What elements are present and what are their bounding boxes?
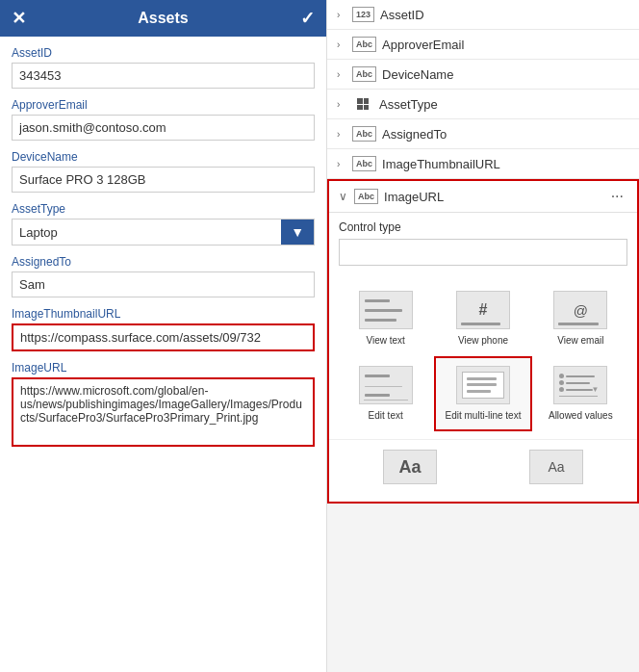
- hash-symbol: #: [479, 302, 488, 318]
- chevron-down-icon: ▼: [291, 224, 304, 240]
- field-name-assettype: AssetType: [379, 97, 438, 112]
- imagethumbnailurl-label: ImageThumbnailURL: [12, 307, 315, 321]
- control-item-view-phone[interactable]: # View phone: [434, 281, 531, 356]
- assettype-dropdown-button[interactable]: ▼: [281, 220, 314, 245]
- field-name-assignedto: AssignedTo: [382, 127, 447, 142]
- font-large-symbol: Aa: [398, 457, 421, 478]
- assetid-input[interactable]: [12, 63, 315, 89]
- control-item-view-email[interactable]: @ View email: [532, 281, 629, 356]
- assignedto-label: AssignedTo: [12, 255, 315, 269]
- dots-menu-button[interactable]: ···: [607, 188, 627, 205]
- edit-text-label: Edit text: [369, 409, 403, 422]
- type-badge-imagethumbnailurl: Abc: [352, 156, 376, 171]
- control-item-allowed-values[interactable]: ▼ Allowed values: [532, 356, 629, 431]
- view-phone-label: View phone: [458, 334, 508, 347]
- edit-multiline-label: Edit multi-line text: [446, 409, 522, 422]
- expand-icon-assetid: ›: [337, 10, 346, 20]
- assettype-select-wrapper[interactable]: Laptop ▼: [12, 219, 315, 246]
- field-name-devicename: DeviceName: [382, 67, 453, 82]
- edit-text-icon: [359, 366, 413, 404]
- control-item-font-small[interactable]: Aa: [483, 444, 629, 494]
- field-list-item-devicename[interactable]: › Abc DeviceName: [327, 60, 639, 90]
- multiline-inner-box: [462, 372, 504, 399]
- field-list-item-assettype[interactable]: › AssetType: [327, 90, 639, 119]
- control-type-label: Control type: [339, 220, 627, 234]
- control-item-view-text[interactable]: View text: [337, 281, 434, 356]
- close-icon[interactable]: ✕: [12, 8, 26, 29]
- edit-multiline-icon: [456, 366, 510, 404]
- type-badge-approveremail: Abc: [352, 37, 376, 52]
- approveremail-input[interactable]: [12, 115, 315, 141]
- approveremail-field-group: ApproverEmail: [12, 98, 315, 141]
- field-list-item-approveremail[interactable]: › Abc ApproverEmail: [327, 30, 639, 60]
- check-icon[interactable]: ✓: [300, 8, 315, 29]
- assettype-value: Laptop: [13, 220, 281, 245]
- control-item-edit-multiline[interactable]: Edit multi-line text: [434, 356, 531, 431]
- allowed-values-label: Allowed values: [549, 409, 613, 422]
- type-badge-assignedto: Abc: [352, 126, 376, 142]
- approveremail-label: ApproverEmail: [12, 98, 315, 112]
- expand-icon-imagethumbnailurl: ›: [337, 159, 346, 169]
- expand-icon-assignedto: ›: [337, 129, 346, 140]
- left-panel: ✕ Assets ✓ AssetID ApproverEmail DeviceN…: [0, 0, 327, 672]
- font-small-symbol: Aa: [548, 459, 564, 475]
- dropdown-arrow-icon: ▼: [591, 385, 599, 394]
- view-email-icon: @: [553, 291, 607, 329]
- field-list-item-assignedto[interactable]: › Abc AssignedTo: [327, 119, 639, 149]
- imagethumbnailurl-input[interactable]: [12, 323, 315, 351]
- imageurl-section-header[interactable]: ∨ Abc ImageURL ···: [329, 181, 637, 213]
- control-item-font-large[interactable]: Aa: [337, 444, 483, 494]
- imageurl-label: ImageURL: [12, 361, 315, 375]
- control-item-edit-text[interactable]: Edit text: [337, 356, 434, 431]
- type-badge-imageurl: Abc: [354, 189, 378, 204]
- devicename-input[interactable]: [12, 167, 315, 193]
- assettype-field-group: AssetType Laptop ▼: [12, 202, 315, 246]
- devicename-field-group: DeviceName: [12, 150, 315, 193]
- imageurl-field-name: ImageURL: [384, 190, 607, 204]
- field-name-imagethumbnailurl: ImageThumbnailURL: [382, 157, 500, 171]
- expand-icon-imageurl: ∨: [339, 190, 348, 203]
- bottom-control-grid: Aa Aa: [329, 439, 637, 502]
- control-type-grid: View text # View phone @: [329, 273, 637, 439]
- imageurl-field-group: ImageURL: [12, 361, 315, 451]
- assetid-field-group: AssetID: [12, 46, 315, 89]
- field-list-item-assetid[interactable]: › 123 AssetID: [327, 0, 639, 30]
- left-header: ✕ Assets ✓: [0, 0, 326, 37]
- expand-icon-devicename: ›: [337, 69, 346, 80]
- field-name-assetid: AssetID: [380, 8, 424, 22]
- right-panel: › 123 AssetID › Abc ApproverEmail › Abc …: [327, 0, 639, 672]
- expand-icon-assettype: ›: [337, 99, 346, 110]
- font-small-icon: Aa: [529, 450, 583, 484]
- field-list-item-imagethumbnailurl[interactable]: › Abc ImageThumbnailURL: [327, 149, 639, 179]
- allowed-values-icon: ▼: [553, 366, 607, 404]
- control-type-input[interactable]: [339, 239, 627, 266]
- devicename-label: DeviceName: [12, 150, 315, 164]
- view-email-label: View email: [557, 334, 603, 347]
- font-large-icon: Aa: [383, 450, 437, 484]
- control-type-section: Control type: [329, 213, 637, 273]
- left-body: AssetID ApproverEmail DeviceName AssetTy…: [0, 37, 326, 672]
- view-phone-icon: #: [456, 291, 510, 329]
- imagethumbnailurl-field-group: ImageThumbnailURL: [12, 307, 315, 351]
- type-badge-assettype: [352, 96, 373, 112]
- field-name-approveremail: ApproverEmail: [382, 38, 464, 52]
- at-symbol: @: [574, 303, 588, 318]
- panel-title: Assets: [26, 10, 300, 27]
- view-text-label: View text: [366, 334, 404, 347]
- imageurl-textarea[interactable]: [12, 377, 315, 447]
- assettype-label: AssetType: [12, 202, 315, 216]
- type-badge-devicename: Abc: [352, 66, 376, 82]
- imageurl-expanded-section: ∨ Abc ImageURL ··· Control type View tex…: [327, 179, 639, 504]
- assetid-label: AssetID: [12, 46, 315, 60]
- view-text-icon: [359, 291, 413, 329]
- type-badge-assetid: 123: [352, 7, 374, 22]
- assignedto-field-group: AssignedTo: [12, 255, 315, 297]
- grid-icon: [357, 98, 369, 110]
- expand-icon-approveremail: ›: [337, 39, 346, 50]
- assignedto-input[interactable]: [12, 271, 315, 297]
